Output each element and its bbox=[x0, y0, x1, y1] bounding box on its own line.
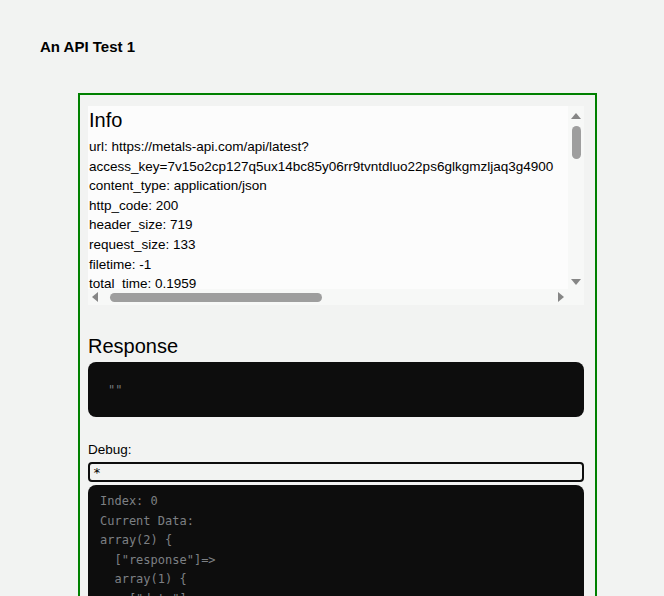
info-lines: url: https://metals-api.com/api/latest? … bbox=[89, 137, 562, 289]
info-line: header_size: 719 bbox=[89, 215, 562, 235]
page-title: An API Test 1 bbox=[40, 38, 664, 55]
scroll-right-arrow-icon[interactable] bbox=[558, 292, 564, 302]
debug-output-line: ["response"]=> bbox=[100, 551, 584, 571]
info-line: url: https://metals-api.com/api/latest? bbox=[89, 137, 562, 157]
horizontal-scrollbar[interactable] bbox=[88, 289, 568, 305]
info-heading: Info bbox=[89, 109, 562, 132]
debug-output-line: ["data"]=> bbox=[100, 590, 584, 596]
response-heading: Response bbox=[88, 335, 584, 358]
scrollbar-corner bbox=[568, 289, 584, 305]
debug-label: Debug: bbox=[88, 442, 584, 457]
scroll-left-arrow-icon[interactable] bbox=[92, 292, 98, 302]
response-output: "" bbox=[88, 362, 584, 417]
debug-output-line: Index: 0 bbox=[100, 492, 584, 512]
debug-input[interactable] bbox=[88, 462, 584, 482]
info-line: request_size: 133 bbox=[89, 235, 562, 255]
info-line: filetime: -1 bbox=[89, 255, 562, 275]
debug-output-line: array(1) { bbox=[100, 570, 584, 590]
info-content: Info url: https://metals-api.com/api/lat… bbox=[88, 106, 584, 289]
debug-output-line: Current Data: bbox=[100, 512, 584, 532]
api-test-panel: Info url: https://metals-api.com/api/lat… bbox=[78, 93, 597, 596]
vertical-scrollbar-thumb[interactable] bbox=[572, 126, 581, 159]
debug-output: Index: 0 Current Data: array(2) { ["resp… bbox=[88, 485, 584, 596]
info-line: total_time: 0.1959 bbox=[89, 274, 562, 289]
debug-output-line: array(2) { bbox=[100, 531, 584, 551]
info-scroll-area[interactable]: Info url: https://metals-api.com/api/lat… bbox=[88, 106, 584, 305]
scroll-down-arrow-icon[interactable] bbox=[571, 279, 581, 285]
vertical-scrollbar[interactable] bbox=[568, 106, 584, 289]
horizontal-scrollbar-thumb[interactable] bbox=[110, 293, 322, 302]
info-line: access_key=7v15o2cp127q5ux14bc85y06rr9tv… bbox=[89, 157, 562, 177]
scroll-up-arrow-icon[interactable] bbox=[571, 113, 581, 119]
info-line: content_type: application/json bbox=[89, 176, 562, 196]
info-line: http_code: 200 bbox=[89, 196, 562, 216]
